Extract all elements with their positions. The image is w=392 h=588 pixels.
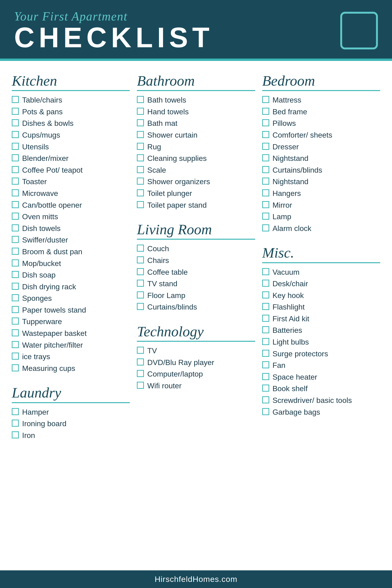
list-item-label: Bed frame <box>272 107 307 117</box>
checkbox-icon[interactable] <box>137 189 144 196</box>
checkbox-icon[interactable] <box>137 119 144 126</box>
checkbox-icon[interactable] <box>262 303 269 310</box>
checkbox-icon[interactable] <box>262 326 269 333</box>
checkbox-icon[interactable] <box>12 178 19 185</box>
checkbox-icon[interactable] <box>12 294 19 301</box>
checkbox-icon[interactable] <box>137 96 144 103</box>
list-item-label: Screwdriver/ basic tools <box>272 396 352 406</box>
section-title-kitchen: Kitchen <box>12 73 130 89</box>
checkbox-icon[interactable] <box>12 260 19 266</box>
checkbox-icon[interactable] <box>262 268 269 275</box>
checkbox-icon[interactable] <box>262 108 269 115</box>
section-title-technology: Technology <box>137 324 255 340</box>
checkbox-icon[interactable] <box>12 329 19 336</box>
checkbox-icon[interactable] <box>12 271 19 278</box>
list-item: Measuring cups <box>12 364 130 374</box>
checkbox-icon[interactable] <box>262 396 269 403</box>
checkbox-icon[interactable] <box>12 431 19 438</box>
checkbox-icon[interactable] <box>137 303 144 310</box>
checkbox-icon[interactable] <box>12 283 19 290</box>
column-1: Kitchen Table/chairsPots & pansDishes & … <box>12 73 130 566</box>
checkbox-icon[interactable] <box>12 248 19 255</box>
list-item: Microwave <box>12 189 130 198</box>
list-item: Mop/bucket <box>12 259 130 268</box>
list-item: Comforter/ sheets <box>262 130 380 140</box>
checkbox-icon[interactable] <box>12 224 19 232</box>
checkbox-icon[interactable] <box>12 408 19 415</box>
checkbox-icon[interactable] <box>262 373 269 380</box>
list-item: Wastepaper basket <box>12 328 130 338</box>
checkbox-icon[interactable] <box>137 108 144 115</box>
checkbox-icon[interactable] <box>137 292 144 298</box>
checkbox-icon[interactable] <box>262 224 269 232</box>
checkbox-icon[interactable] <box>12 131 19 138</box>
checkbox-icon[interactable] <box>262 350 269 357</box>
checkbox-icon[interactable] <box>137 256 144 264</box>
checkbox-icon[interactable] <box>12 420 19 427</box>
checkbox-icon[interactable] <box>262 96 269 103</box>
checkbox-icon[interactable] <box>137 154 144 161</box>
checkbox-icon[interactable] <box>262 119 269 126</box>
checkbox-icon[interactable] <box>137 166 144 173</box>
checkbox-icon[interactable] <box>12 318 19 324</box>
checkbox-icon[interactable] <box>12 352 19 360</box>
checkbox-icon[interactable] <box>137 370 144 377</box>
checkbox-icon[interactable] <box>12 108 19 115</box>
checkbox-icon[interactable] <box>262 408 269 415</box>
checkbox-icon[interactable] <box>262 131 269 138</box>
checkbox-icon[interactable] <box>262 166 269 173</box>
checkbox-icon[interactable] <box>137 280 144 287</box>
checkbox-icon[interactable] <box>137 347 144 354</box>
checkbox-icon[interactable] <box>12 166 19 173</box>
list-item: Pillows <box>262 118 380 128</box>
checkbox-icon[interactable] <box>262 143 269 150</box>
checkbox-icon[interactable] <box>12 154 19 161</box>
checkbox-icon[interactable] <box>262 292 269 298</box>
checkbox-icon[interactable] <box>262 361 269 368</box>
list-item-label: Dish soap <box>22 270 56 280</box>
section-divider-laundry <box>12 402 130 403</box>
checkbox-icon[interactable] <box>12 236 19 243</box>
section-divider-bathroom <box>137 90 255 91</box>
checkbox-icon[interactable] <box>137 143 144 150</box>
list-item: Hamper <box>12 407 130 417</box>
checkbox-icon[interactable] <box>137 382 144 389</box>
checkbox-icon[interactable] <box>262 201 269 208</box>
checkbox-icon[interactable] <box>137 358 144 366</box>
list-item: Ironing board <box>12 419 130 429</box>
checkbox-icon[interactable] <box>12 189 19 196</box>
list-item-label: Nightstand <box>272 177 308 187</box>
checkbox-icon[interactable] <box>12 119 19 126</box>
list-item: Bath towels <box>137 95 255 105</box>
list-item: Hangers <box>262 189 380 198</box>
section-misc: Misc. VacuumDesk/chairKey hookFlashlight… <box>262 244 380 419</box>
checkbox-icon[interactable] <box>262 384 269 392</box>
page: Your First Apartment CHECKLIST Kitchen T… <box>0 0 392 588</box>
checkbox-icon[interactable] <box>12 143 19 150</box>
checkbox-icon[interactable] <box>12 364 19 372</box>
checkbox-icon[interactable] <box>12 212 19 220</box>
checkbox-icon[interactable] <box>262 178 269 185</box>
checkbox-icon[interactable] <box>137 268 144 275</box>
checkbox-icon[interactable] <box>262 315 269 322</box>
list-item-label: Curtains/blinds <box>272 165 322 175</box>
checkbox-icon[interactable] <box>12 306 19 313</box>
checkbox-icon[interactable] <box>262 338 269 345</box>
list-item: Shower organizers <box>137 177 255 187</box>
checkbox-icon[interactable] <box>262 154 269 161</box>
checkbox-icon[interactable] <box>137 178 144 185</box>
checkbox-icon[interactable] <box>262 212 269 220</box>
checkbox-icon[interactable] <box>12 341 19 348</box>
checkbox-icon[interactable] <box>262 280 269 287</box>
checkbox-icon[interactable] <box>137 131 144 138</box>
checkbox-icon[interactable] <box>262 189 269 196</box>
list-item-label: Wifi router <box>147 381 182 391</box>
checkbox-icon[interactable] <box>137 201 144 208</box>
checkbox-icon[interactable] <box>12 96 19 103</box>
list-item: Utensils <box>12 142 130 152</box>
list-item-label: Batteries <box>272 326 302 336</box>
list-item: Pots & pans <box>12 107 130 117</box>
list-item-label: Surge protectors <box>272 349 328 359</box>
checkbox-icon[interactable] <box>12 201 19 208</box>
checkbox-icon[interactable] <box>137 244 144 252</box>
